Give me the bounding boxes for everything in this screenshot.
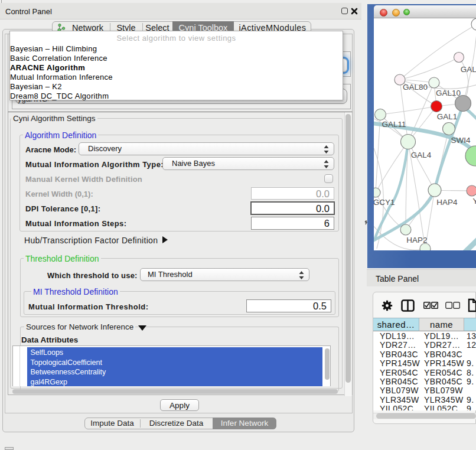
svg-text:GAL11: GAL11	[382, 120, 406, 129]
svg-text:GCY1: GCY1	[374, 198, 395, 207]
svg-text:HAP4: HAP4	[436, 198, 458, 207]
svg-text:GAL10: GAL10	[436, 89, 461, 97]
svg-text:GAL4: GAL4	[411, 151, 432, 159]
svg-text:HAP2: HAP2	[406, 236, 427, 244]
svg-text:SWI4: SWI4	[451, 136, 470, 145]
svg-text:GAL80: GAL80	[403, 83, 428, 92]
svg-text:GAL1: GAL1	[437, 112, 458, 121]
svg-text:Y: Y	[472, 197, 476, 206]
svg-text:GAL7: GAL7	[461, 65, 476, 74]
